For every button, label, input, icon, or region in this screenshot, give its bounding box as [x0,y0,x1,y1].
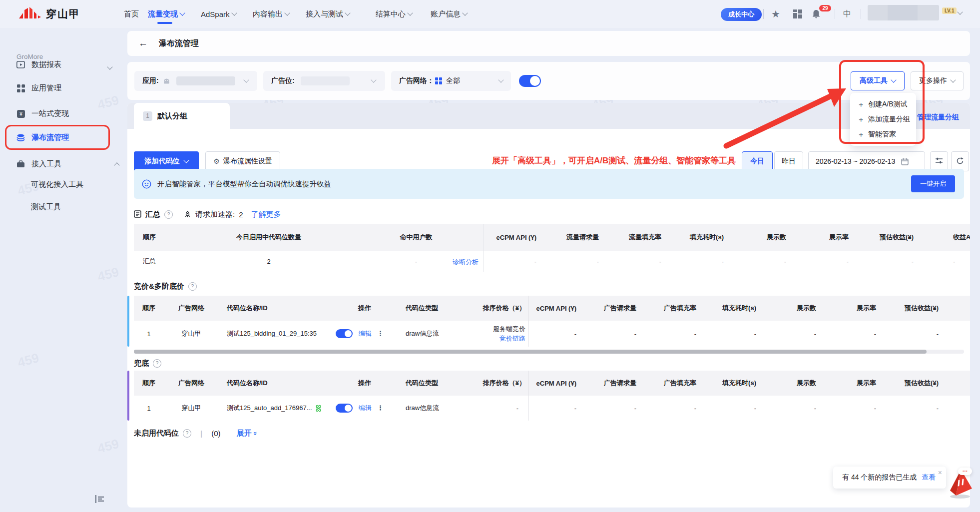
manage-traffic-group-link[interactable]: 管理流量分组 [917,113,959,122]
more-menu-icon[interactable]: ⋮ [377,330,384,337]
code-slot-type: draw信息流 [394,404,469,413]
network-grid-icon [435,77,442,84]
help-icon[interactable]: ? [183,429,191,438]
filter-toggle[interactable] [519,75,541,87]
menu-item-smart-manager[interactable]: ＋智能管家 [850,127,916,142]
sidebar-item-tools[interactable]: 接入工具 [16,159,72,169]
metric-cell: - [648,330,708,338]
language-switch[interactable]: 中 [843,0,851,28]
nav-home[interactable]: 首页 [124,0,139,28]
nav-integration-test[interactable]: 接入与测试 [306,0,350,28]
sidebar-item-waterfall[interactable]: 瀑布流管理 [16,133,69,142]
metrics-settings-button[interactable] [930,151,948,171]
nav-billing-center[interactable]: 结算中心 [376,0,412,28]
bidding-row: 1 穿山甲 测试125_bidding_01_29_15:35 编辑 ⋮ dra… [134,321,970,347]
column-header: 顺序 [134,379,164,388]
more-actions-button[interactable]: 更多操作 [911,71,964,90]
add-code-slot-button[interactable]: 添加代码位 [134,151,199,171]
menu-item-add-traffic-group[interactable]: ＋添加流量分组 [850,112,916,127]
nav-monetization[interactable]: 流量变现 [148,0,184,28]
svg-text:¥: ¥ [19,111,22,117]
sidebar-item-visual-tool[interactable]: 可视化接入工具 [31,180,83,189]
column-header: 展示率 [798,233,861,242]
metric-cell: - [768,405,828,412]
yesterday-button[interactable]: 昨日 [774,151,803,171]
chevron-up-icon [114,162,119,168]
nav-adspark[interactable]: AdSpark [201,0,236,28]
expand-link[interactable]: 展开 » [237,429,257,438]
sidebar-item-test-tool[interactable]: 测试工具 [31,202,61,212]
tab-order-badge: 1 [143,111,152,121]
price-cell: 服务端竞价 竞价链路 [469,324,528,344]
row-order: 1 [134,405,164,412]
close-icon[interactable]: × [938,469,942,477]
advanced-tools-button[interactable]: 高级工具 [851,71,905,90]
scrollbar-thumb[interactable] [134,350,927,354]
more-menu-icon[interactable]: ⋮ [377,404,384,412]
column-header: eCPM API (¥) [484,234,548,241]
metric-cell: - [861,258,926,265]
annotation-tip-text: 展开「高级工具」，可开启A/B测试、流量分组、智能管家等工具 [492,155,736,166]
one-click-enable-button[interactable]: 一键开启 [911,175,955,192]
metric-cell: - [588,330,648,338]
menu-item-create-ab-test[interactable]: ＋创建A/B测试 [850,97,916,112]
chevron-down-icon [107,64,112,69]
apps-grid-icon[interactable] [793,9,802,20]
edit-link[interactable]: 编辑 [359,330,372,337]
plus-icon: ＋ [857,130,865,139]
waterfall-settings-button[interactable]: ⚙ 瀑布流属性设置 [205,151,280,171]
edit-link[interactable]: 编辑 [359,404,372,412]
divider: | [200,429,202,438]
help-icon[interactable]: ? [188,282,197,291]
brand-logo[interactable]: 穿山甲 [18,6,80,21]
placement-select-label: 广告位: [271,76,295,85]
learn-more-link[interactable]: 了解更多 [251,210,281,219]
column-header: 顺序 [134,233,189,242]
today-button[interactable]: 今日 [742,151,773,171]
app-select[interactable]: 应用: [134,71,257,91]
column-header: eCPM API (¥) [528,380,588,387]
sidebar-item-reports[interactable]: 数据报表 [16,60,72,69]
toast-view-link[interactable]: 查看 [922,473,936,482]
placement-select[interactable]: 广告位: [263,71,385,91]
row-toggle[interactable] [336,329,353,338]
star-icon[interactable]: ★ [771,8,780,20]
column-header: 代码位类型 [394,379,469,388]
frozen-column-divider [528,296,529,347]
network-select[interactable]: 广告网络： 全部 [391,71,511,91]
help-icon[interactable]: ? [164,210,173,219]
column-header: 今日启用中代码位数量 [189,233,349,242]
bidding-table-header: 顺序 广告网络 代码位名称/ID 操作 代码位类型 排序价格（¥） eCPM A… [134,296,970,321]
export-refresh-button[interactable] [951,151,969,171]
pangle-logo-icon [18,6,41,21]
chevron-down-icon [183,157,189,163]
help-icon[interactable]: ? [153,359,161,368]
tab-default-group[interactable]: 1 默认分组 [134,103,230,129]
accelerator-value: 2 [239,210,243,219]
frozen-column-divider [484,224,484,272]
metric-cell: - [548,258,611,265]
back-arrow-icon[interactable]: ← [138,38,148,49]
column-header: 顺序 [134,304,164,313]
column-header: 广告网络 [164,304,219,313]
nav-account-info[interactable]: 账户信息 [431,0,467,28]
metric-cell: - [484,258,548,265]
nav-content-output[interactable]: 内容输出 [253,0,289,28]
date-range-picker[interactable]: 2026-02-13 ~ 2026-02-13 [808,151,925,171]
chevron-down-icon [462,10,468,15]
sidebar-collapse-icon[interactable] [95,495,105,506]
diagnose-link[interactable]: 诊断分析 [453,258,479,267]
row-toggle[interactable] [336,404,353,413]
account-chevron-down-icon[interactable] [957,9,963,14]
sidebar-item-one-stop[interactable]: ¥ 一站式变现 [16,109,69,118]
mascot-more-bubble[interactable]: … [958,468,972,475]
app-grid-icon [16,84,25,92]
sidebar-item-apps[interactable]: 应用管理 [16,83,61,93]
growth-center-button[interactable]: 成长中心 [721,8,762,21]
bidding-link[interactable]: 竞价链路 [499,335,525,342]
waterfall-management-page: 4594594594594594594594594594594594594594… [0,0,980,512]
account-avatar-redacted[interactable] [868,5,939,20]
tab-label: 默认分组 [157,111,187,121]
column-header: 展示数 [736,233,798,242]
column-header: 操作 [329,379,394,388]
